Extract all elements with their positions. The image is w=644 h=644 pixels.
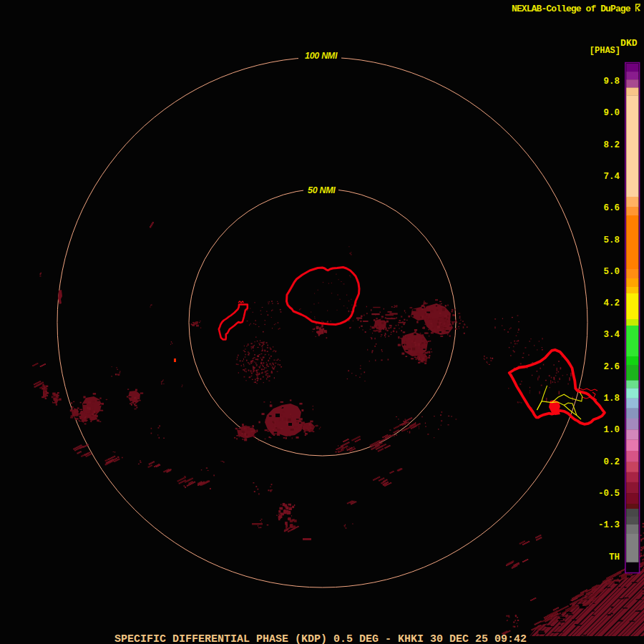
svg-text:3.4: 3.4 xyxy=(603,330,620,340)
svg-text:1.0: 1.0 xyxy=(603,425,620,435)
svg-text:-1.3: -1.3 xyxy=(598,520,620,530)
svg-text:NEXLAB-College of DuPage: NEXLAB-College of DuPage xyxy=(512,4,631,14)
svg-text:9.8: 9.8 xyxy=(603,77,620,87)
svg-text:0.2: 0.2 xyxy=(603,457,620,467)
svg-text:SPECIFIC DIFFERENTIAL PHASE (K: SPECIFIC DIFFERENTIAL PHASE (KDP) 0.5 DE… xyxy=(114,633,527,644)
svg-text:100 NMI: 100 NMI xyxy=(305,51,338,61)
svg-text:[PHAS]: [PHAS] xyxy=(590,46,620,56)
svg-text:5.0: 5.0 xyxy=(603,267,620,277)
svg-text:DKD: DKD xyxy=(620,38,638,49)
svg-text:-0.5: -0.5 xyxy=(598,489,620,499)
svg-text:7.4: 7.4 xyxy=(603,172,620,182)
svg-text:50 NMI: 50 NMI xyxy=(308,185,336,195)
svg-text:9.0: 9.0 xyxy=(603,108,620,118)
svg-text:2.6: 2.6 xyxy=(603,362,620,372)
svg-text:TH: TH xyxy=(609,552,620,562)
svg-text:8.2: 8.2 xyxy=(603,140,620,150)
svg-text:5.8: 5.8 xyxy=(603,235,620,245)
svg-text:1.8: 1.8 xyxy=(603,394,620,404)
svg-text:4.2: 4.2 xyxy=(603,298,620,308)
svg-text:6.6: 6.6 xyxy=(603,203,620,213)
